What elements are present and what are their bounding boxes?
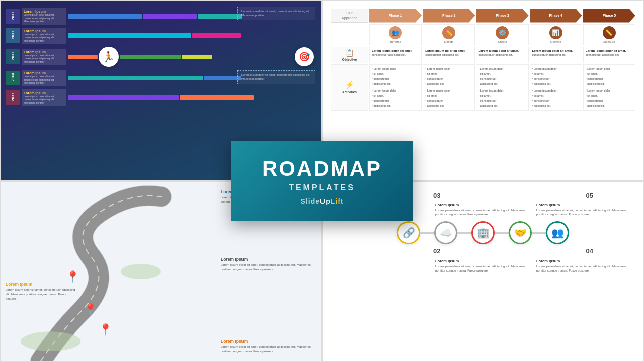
phase1-icon-cell: 👥 Immerse <box>369 24 422 45</box>
phase2-arrow: Phase 2 <box>423 9 475 23</box>
phase5-arrow: Phase 5 <box>583 9 635 23</box>
top-text-03: Lorem Ipsum Lorem ipsum dolor sit amet, … <box>434 201 532 218</box>
row2-title: Lorem Ipsum <box>24 29 64 33</box>
main-subtitle: TEMPLATES <box>289 183 355 192</box>
objective-label: 📋 Objective <box>331 47 368 63</box>
svg-point-1 <box>21 331 81 351</box>
num-05: 05 <box>586 192 593 199</box>
q3-br-text: Lorem ipsum dolor sit amet, consectetuer… <box>221 345 314 354</box>
main-title: ROADMAP <box>262 157 382 181</box>
q3-bl-title: Lorem Ipsum <box>6 282 76 287</box>
circle-5: 👥 <box>546 221 569 244</box>
circle-1: 🔗 <box>397 221 420 244</box>
bottom-text-02: Lorem Ipsum Lorem ipsum dolor sit amet, … <box>434 257 532 275</box>
row1-title: Lorem Ipsum <box>24 10 64 13</box>
brand-slide: Slide <box>301 197 320 205</box>
phase4-icon-cell: 📊 Operate <box>530 24 582 45</box>
svg-point-2 <box>121 264 161 279</box>
runner-icon: 🏃 <box>99 47 119 67</box>
approach-label: OurApproach <box>331 9 368 23</box>
phase3-icon-cell: ⚙️ Create <box>476 24 528 45</box>
q3-br-title: Lorem Ipsum <box>221 339 314 344</box>
circle-4: 🤝 <box>509 221 532 244</box>
row5-text: Lorem ipsum dolor sit amet, consectetuer… <box>24 95 64 105</box>
row3-title: Lorem Ipsum <box>24 50 64 54</box>
activities-label: ⚡ Activities <box>331 64 368 111</box>
bottom-text-04: Lorem Ipsum Lorem ipsum dolor sit amet, … <box>535 257 633 275</box>
obj-cell-4: Lorem ipsum dolor sit amet, consectetuer… <box>530 47 582 63</box>
phase1-arrow: Phase 1 <box>369 9 422 23</box>
year-label-3: 20XX <box>11 51 15 60</box>
row1-text: Lorem ipsum dolor sit amet, consectetuer… <box>24 13 64 23</box>
act-cell-2: • Lorem ipsum dolor • sit amet, • consec… <box>423 64 475 111</box>
dashed-text-2: Lorem ipsum dolor sit amet, consectetuer… <box>242 73 311 81</box>
phase5-icon-cell: 📏 Measure <box>583 24 635 45</box>
year-label-1: 20XX <box>11 11 15 20</box>
num-04: 04 <box>586 247 593 255</box>
act-cell-3: • Lorem ipsum dolor • sit amet, • consec… <box>476 64 528 111</box>
circle-2: ☁️ <box>434 221 457 244</box>
phase2-icon-cell: ✏️ Design <box>423 24 475 45</box>
phase4-arrow: Phase 4 <box>530 9 582 23</box>
q3-text-bottom-left: Lorem Ipsum Lorem ipsum dolor sit amet, … <box>6 282 76 301</box>
top-text-05: Lorem Ipsum Lorem ipsum dolor sit amet, … <box>535 201 633 218</box>
row3-text: Lorem ipsum dolor sit amet, consectetuer… <box>24 54 64 64</box>
act-cell-1: • Lorem ipsum dolor • sit amet, • consec… <box>369 64 422 111</box>
center-overlay: ROADMAP TEMPLATES SlideUpLift <box>231 141 413 221</box>
circle-3: 🏢 <box>471 221 495 244</box>
brand-logo: SlideUpLift <box>301 197 344 205</box>
brand-up: Up <box>320 197 331 205</box>
act-cell-4: • Lorem ipsum dolor • sit amet, • consec… <box>530 64 582 111</box>
pin-1: 📍 <box>66 270 79 284</box>
act-cell-5: • Lorem ipsum dolor • sit amet, • consec… <box>583 64 635 111</box>
num-02: 02 <box>433 247 440 255</box>
pin-3: 📍 <box>99 323 112 336</box>
obj-cell-2: Lorem ipsum dolor sit amet, consectetuer… <box>423 47 475 63</box>
q3-mid-title: Lorem Ipsum <box>221 257 314 262</box>
pin-2: 📍 <box>84 303 97 316</box>
row2-text: Lorem ipsum dolor sit amet, consectetuer… <box>24 33 64 43</box>
obj-cell-3: Lorem ipsum dolor sit amet, consectetuer… <box>476 47 528 63</box>
obj-cell-1: Lorem ipsum dolor sit amet, consectetuer… <box>369 47 422 63</box>
q3-bl-text: Lorem ipsum dolor sit amet, consectetuer… <box>6 288 76 301</box>
q3-text-bottom-right: Lorem Ipsum Lorem ipsum dolor sit amet, … <box>221 339 314 354</box>
year-label-4: 20XX <box>11 73 15 81</box>
brand-lift: Lift <box>331 197 344 205</box>
row4-title: Lorem Ipsum <box>24 71 64 75</box>
q3-mid-text: Lorem ipsum dolor sit amet, consectetuer… <box>221 263 314 272</box>
phase3-arrow: Phase 3 <box>476 9 528 23</box>
row4-text: Lorem ipsum dolor sit amet, consectetuer… <box>24 75 64 85</box>
obj-cell-5: Lorem ipsum dolor sit amet, consectetuer… <box>583 47 635 63</box>
dashed-text-1: Lorem ipsum dolor sit amet, consectetuer… <box>242 10 311 17</box>
row5-title: Lorem Ipsum <box>24 91 64 95</box>
q3-text-mid: Lorem Ipsum Lorem ipsum dolor sit amet, … <box>221 257 314 272</box>
num-03: 03 <box>433 192 440 199</box>
year-label-5: 20XX <box>11 92 15 101</box>
year-label-2: 20XX <box>11 30 15 39</box>
